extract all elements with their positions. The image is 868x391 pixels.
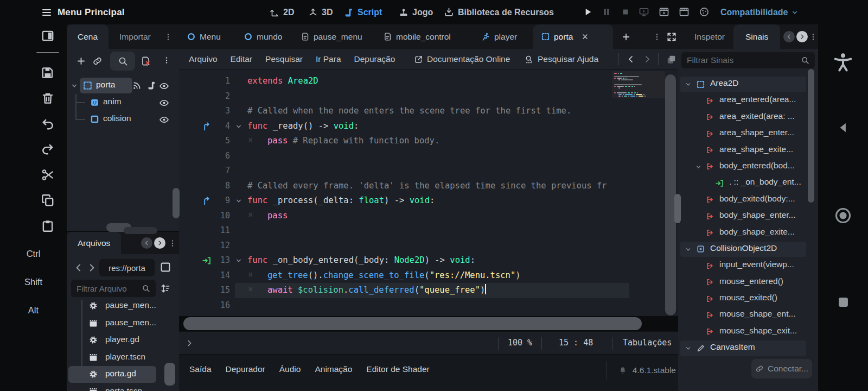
expand-chevron-icon[interactable] (71, 82, 78, 90)
scene-tree-menu-button[interactable] (162, 56, 171, 67)
expand-chevron-icon[interactable] (685, 345, 692, 352)
signal-area_shape_enter[interactable]: area_shape_enter... (678, 125, 818, 142)
menu-editar[interactable]: Editar (231, 54, 253, 64)
cursor-position[interactable]: 15 : 48 (559, 338, 593, 348)
filter-files-input[interactable]: Filtrar Arquivo (71, 280, 156, 297)
cut-button[interactable] (41, 168, 55, 184)
code-line-9[interactable]: 9func _process(_delta: float) -> void: (179, 193, 612, 209)
pause-button[interactable] (601, 7, 612, 20)
bottom-panel-depurador[interactable]: Depurador (226, 364, 265, 374)
menu-pesquisar[interactable]: Pesquisar (265, 54, 303, 64)
signal-input_eventviewp[interactable]: input_event(viewp... (678, 257, 818, 274)
visibility-eye-icon[interactable] (159, 98, 169, 108)
code-hscrollbar[interactable] (183, 317, 642, 330)
filter-nodes-button[interactable] (118, 56, 128, 68)
detach-script-button[interactable] (141, 56, 151, 68)
script-tab-mundo[interactable]: mundo (244, 24, 282, 49)
signal-mouse_exited[interactable]: mouse_exited() (678, 291, 818, 307)
link-pesquisar-ajuda[interactable]: Pesquisar Ajuda (525, 49, 598, 70)
instance-scene-button[interactable] (92, 56, 103, 68)
filter-signals-input[interactable]: Filtrar Sinais (681, 52, 815, 68)
file-player-gd[interactable]: player.gd (67, 332, 179, 349)
override-method-icon[interactable] (202, 196, 212, 206)
dock-resize-handle[interactable] (124, 227, 157, 234)
copy-button[interactable] (41, 193, 55, 210)
file-porta-tscn[interactable]: porta.tscn (67, 383, 179, 391)
android-home-button[interactable] (818, 206, 868, 225)
file-player-tscn[interactable]: player.tscn (67, 349, 179, 367)
link-documentação-online[interactable]: Documentação Online (414, 49, 510, 70)
script-tab-player[interactable]: player (481, 24, 517, 49)
panel-prev-button[interactable] (783, 31, 795, 42)
script-attached-icon[interactable] (147, 81, 156, 90)
script-tab-porta[interactable]: porta (533, 24, 613, 49)
add-node-button[interactable] (76, 56, 86, 68)
connect-button[interactable]: Conectar... (751, 359, 812, 379)
script-tab-pause_menu[interactable]: pause_menu (301, 24, 362, 49)
key-shift-button[interactable]: Shift (0, 277, 67, 287)
tab-sinais[interactable]: Sinais (733, 24, 780, 49)
asset-library-button[interactable]: Biblioteca de Recursos (444, 0, 554, 24)
notifications-bell-icon[interactable] (618, 366, 627, 375)
distraction-free-icon[interactable] (666, 31, 677, 42)
files-next-button[interactable] (154, 237, 165, 249)
fold-region-icon[interactable] (235, 197, 242, 205)
zoom-level[interactable]: 100 % (508, 338, 532, 348)
code-line-13[interactable]: 13func _on_body_entered(_body: Node2D) -… (179, 253, 612, 268)
file-porta-gd[interactable]: porta.gd (67, 366, 179, 383)
scene-node-porta[interactable]: porta (67, 77, 179, 94)
code-line-14[interactable]: 14get_tree().change_scene_to_file("res:/… (179, 268, 612, 283)
bottom-panel-áudio[interactable]: Áudio (279, 364, 301, 374)
signal-class-collisionobject2d[interactable]: CollisionObject2D (678, 241, 818, 257)
code-line-12[interactable]: 12 (179, 238, 612, 254)
expand-chevron-icon[interactable] (695, 163, 702, 171)
android-back-button[interactable] (818, 121, 868, 135)
visibility-eye-icon[interactable] (159, 81, 169, 91)
bottom-panel-animação[interactable]: Animação (315, 364, 352, 374)
left-splitter-handle[interactable] (173, 188, 180, 218)
movie-writer-button[interactable] (659, 7, 669, 20)
tab-importar[interactable]: Importar (108, 24, 162, 49)
movie-button[interactable] (679, 7, 690, 20)
save-button[interactable] (41, 66, 55, 82)
bottom-panel-editor-de-shader[interactable]: Editor de Shader (366, 364, 429, 374)
redo-button[interactable] (41, 142, 55, 158)
key-ctrl-button[interactable]: Ctrl (0, 249, 67, 259)
menu-ir-para[interactable]: Ir Para (316, 54, 341, 64)
main-menu-button[interactable]: Menu Principal (41, 0, 125, 24)
code-line-8[interactable]: 8# Called every frame. 'delta' is the el… (179, 179, 612, 194)
android-recents-button[interactable] (818, 295, 868, 310)
signal-body_enteredbod[interactable]: body_entered(bod... (678, 159, 818, 175)
workspace-game[interactable]: Jogo (399, 0, 433, 24)
delete-button[interactable] (41, 91, 55, 108)
code-line-11[interactable]: 11 (179, 223, 612, 238)
play-button[interactable] (582, 7, 593, 20)
code-line-2[interactable]: 2 (179, 89, 612, 104)
menu-arquivo[interactable]: Arquivo (189, 54, 218, 64)
files-scrollbar[interactable] (164, 363, 175, 386)
script-list-menu-icon[interactable] (653, 33, 661, 41)
sort-files-icon[interactable] (160, 283, 171, 294)
history-back-icon[interactable] (627, 55, 635, 64)
signal-area_exitedarea[interactable]: area_exited(area: ... (678, 109, 818, 125)
signal-class-canvasitem[interactable]: CanvasItem (678, 340, 818, 356)
code-line-7[interactable]: 7 (179, 163, 612, 179)
history-forward-icon[interactable] (87, 263, 97, 273)
renderer-select[interactable]: Compatibilidade (720, 0, 799, 24)
signal-mouse_shape_exit[interactable]: mouse_shape_exit... (678, 324, 818, 340)
file-pause_men---[interactable]: pause_men... (67, 315, 179, 332)
signal-connections-icon[interactable] (132, 81, 142, 90)
connected-signal-icon[interactable] (202, 256, 212, 266)
override-method-icon[interactable] (202, 122, 212, 131)
panel-next-button[interactable] (796, 31, 808, 42)
menu-depuração[interactable]: Depuração (354, 54, 395, 64)
remote-debug-button[interactable] (639, 7, 649, 20)
paste-button[interactable] (41, 219, 55, 235)
code-editor[interactable]: 1extends Area2D23# Called when the node … (179, 70, 678, 316)
signals-scrollbar[interactable] (808, 69, 814, 203)
network-profiler-button[interactable] (699, 7, 710, 20)
fold-region-icon[interactable] (235, 123, 242, 130)
android-accessibility-button[interactable] (818, 52, 868, 72)
expand-chevron-icon[interactable] (685, 81, 692, 88)
code-line-3[interactable]: 3# Called when the node enters the scene… (179, 104, 612, 119)
